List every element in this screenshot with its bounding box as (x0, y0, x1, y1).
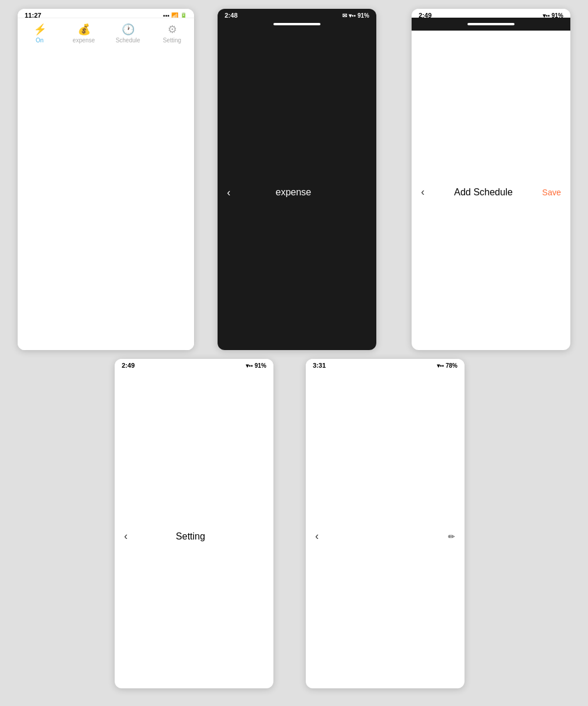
battery-icon-4: 91% (255, 362, 266, 369)
status-icons-4: ▾▪▪ 91% (246, 362, 266, 369)
status-time-4: 2:49 (122, 362, 135, 369)
home-indicator-2 (273, 23, 320, 25)
bottom-bar-3 (412, 18, 570, 31)
status-bar-4: 2:49 ▾▪▪ 91% (115, 359, 273, 372)
home-indicator-3 (467, 23, 514, 25)
status-icons-5: ▾▪▪ 78% (437, 362, 457, 369)
screen-device-settings: 3:31 ▾▪▪ 78% ‹ ✏ 📡 WIFI智能计量保护器 Device In… (306, 359, 465, 688)
expense-header: ‹ expense (218, 22, 376, 350)
screen-add-schedule: 2:49 ▾▪▪ 91% ‹ Add Schedule Save 13 14 1… (412, 9, 570, 350)
edit-icon-5[interactable]: ✏ (448, 532, 455, 541)
nav-on[interactable]: ⚡ On (18, 18, 62, 350)
device-header: ‹ ✏ (306, 372, 465, 688)
signal-icon-5: ▾▪▪ (437, 362, 444, 369)
schedule-icon: 🕐 (122, 23, 135, 36)
on-icon: ⚡ (34, 23, 46, 36)
status-time-5: 3:31 (313, 362, 326, 369)
nav-expense[interactable]: 💰 expense (62, 18, 106, 350)
battery-icon-5: 78% (446, 362, 457, 369)
expense-page-title: expense (230, 187, 356, 198)
screen-expense: 2:48 ✉ ▾▪▪ 91% ‹ expense 💳 Expense manag… (218, 9, 376, 350)
screen-leakage-breaker: 11:27 ▪▪▪ 📶 🔋 ‹ Leakage Breaker ✏ 0.00 ⚡… (18, 9, 194, 350)
back-button-5[interactable]: ‹ (315, 530, 319, 542)
bottom-nav: ⚡ On 💰 expense 🕐 Schedule ⚙ Setting (18, 18, 194, 350)
status-bar-5: 3:31 ▾▪▪ 78% (306, 359, 465, 372)
bottom-bar-2 (218, 18, 376, 31)
expense-icon: 💰 (78, 23, 91, 36)
nav-setting[interactable]: ⚙ Setting (150, 18, 194, 350)
nav-schedule[interactable]: 🕐 Schedule (106, 18, 150, 350)
setting-page-title: Setting (128, 531, 253, 542)
schedule-header: ‹ Add Schedule Save (412, 22, 570, 350)
signal-icon-4: ▾▪▪ (246, 362, 253, 369)
schedule-page-title: Add Schedule (425, 187, 542, 198)
screen-setting: 2:49 ▾▪▪ 91% ‹ Setting Alarm Record › Ov… (115, 359, 273, 688)
setting-header: ‹ Setting (115, 372, 273, 688)
setting-icon: ⚙ (168, 23, 177, 36)
save-button[interactable]: Save (542, 188, 561, 197)
